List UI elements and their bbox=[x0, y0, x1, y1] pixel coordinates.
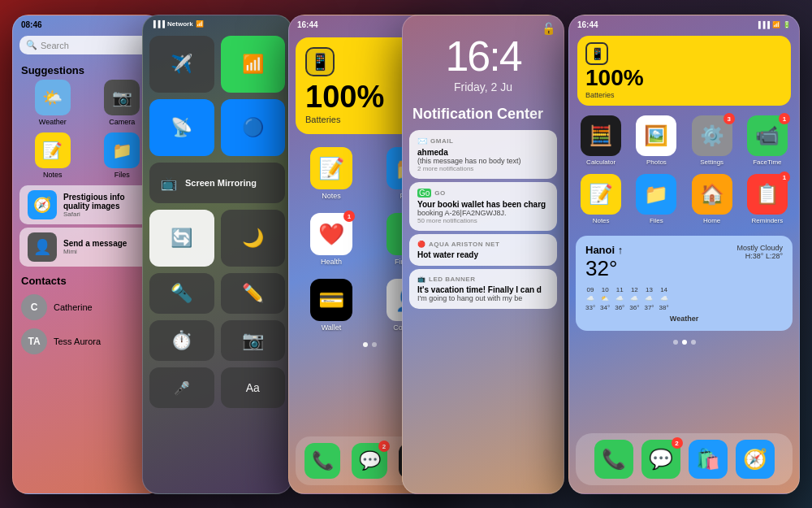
notif-aqua-header: 🔴 AQUA ARISTON NET bbox=[417, 241, 549, 248]
dock-phone-5[interactable]: 📞 bbox=[594, 440, 633, 479]
health-label-3: Health bbox=[321, 258, 342, 266]
cc-text-size[interactable]: Aa bbox=[221, 367, 286, 408]
battery-lbl-5: Batteries bbox=[585, 91, 783, 99]
app-facetime[interactable]: 📹 1 FaceTime bbox=[744, 115, 791, 166]
notif-led[interactable]: 📺 LED BANNER It's vacation time! Finally… bbox=[409, 269, 557, 309]
files-label-5: Files bbox=[650, 217, 663, 224]
date-4: Friday, 2 Ju bbox=[411, 80, 555, 93]
go-more: 50 more notifications bbox=[417, 217, 549, 224]
go-app-name: GO bbox=[434, 189, 445, 197]
dot-2 bbox=[372, 342, 377, 347]
app-calculator[interactable]: 🧮 Calculator bbox=[577, 115, 624, 166]
files-icon-5: 📁 bbox=[636, 174, 676, 215]
facetime-label: FaceTime bbox=[753, 158, 781, 166]
reminders-label: Reminders bbox=[752, 217, 784, 224]
forecast-09: 09☁️33° bbox=[585, 286, 595, 311]
cc-bluetooth[interactable]: 🔵 bbox=[221, 99, 286, 156]
notes-icon-5: 📝 bbox=[581, 174, 621, 215]
cc-voice-memos[interactable]: 🎤 bbox=[149, 367, 214, 408]
notif-aqua[interactable]: 🔴 AQUA ARISTON NET Hot water ready bbox=[409, 234, 557, 266]
screen-control-center: ▐▐▐ Network 📶 ✈️ 📶 📡 🔵 📺 Screen Mirrorin… bbox=[142, 15, 292, 494]
signal-icon-5: ▐▐▐ bbox=[756, 21, 770, 28]
health-icon-3: ❤️ 1 bbox=[310, 213, 352, 255]
home-icon: 🏠 bbox=[692, 174, 732, 215]
cc-timer[interactable]: ⏱️ bbox=[149, 320, 214, 361]
dock-phone-3[interactable]: 📞 bbox=[304, 443, 340, 479]
app-wallet-3[interactable]: 💳 Wallet bbox=[310, 279, 352, 332]
weather-top: Hanoi ↑ 32° Mostly Cloudy H:38° L:28° bbox=[585, 244, 783, 281]
cc-wifi[interactable]: 📡 bbox=[149, 99, 214, 156]
cc-camera-cc[interactable]: 📷 bbox=[221, 320, 286, 361]
app-files-5[interactable]: 📁 Files bbox=[633, 174, 680, 224]
weather-forecast: 09☁️33° 10⛅34° 11☁️36° 12☁️36° 13☁️37° 1… bbox=[585, 286, 783, 311]
app-notes-3[interactable]: 📝 Notes bbox=[310, 147, 352, 200]
avatar-catherine: C bbox=[21, 294, 47, 320]
name-tess: Tess Aurora bbox=[54, 336, 101, 346]
aqua-title: Hot water ready bbox=[417, 250, 549, 259]
cc-screen-mirror[interactable]: 📺 Screen Mirroring bbox=[149, 163, 285, 203]
search-bar[interactable]: 🔍 Search bbox=[19, 36, 155, 54]
photos-label: Photos bbox=[646, 158, 667, 166]
notif-gmail[interactable]: ✉️ GMAIL ahmeda (this message has no bod… bbox=[409, 130, 557, 179]
gmail-app-name: GMAIL bbox=[430, 137, 453, 145]
suggestion-notes[interactable]: 📝 Notes bbox=[21, 132, 84, 179]
wallet-label-3: Wallet bbox=[322, 323, 342, 332]
dock-messages-5[interactable]: 💬 2 bbox=[641, 440, 680, 479]
battery-widget-5: 📱 100% Batteries bbox=[577, 36, 791, 106]
siri-icon-1: 🧭 bbox=[28, 190, 57, 219]
cc-rotation[interactable]: 🔄 bbox=[149, 210, 214, 267]
dock-messages-3[interactable]: 💬 2 bbox=[352, 443, 387, 479]
notif-go[interactable]: Go GO Your booki wallet has been charg b… bbox=[409, 182, 557, 231]
cc-notes[interactable]: ✏️ bbox=[221, 273, 286, 314]
app-home[interactable]: 🏠 Home bbox=[689, 174, 736, 224]
suggestions-title: Suggestions bbox=[13, 59, 162, 80]
battery-pct-5: 100% bbox=[585, 65, 783, 91]
suggestion-weather[interactable]: 🌤️ Weather bbox=[21, 80, 84, 126]
led-title: It's vacation time! Finally I can d bbox=[417, 285, 549, 294]
scene: 08:46 ▐ 🔍 Search Suggestions 🌤️ Weather … bbox=[0, 0, 812, 508]
aqua-app-name: AQUA ARISTON NET bbox=[429, 241, 499, 248]
contact-tess[interactable]: TA Tess Aurora bbox=[13, 324, 162, 358]
siri-item-1[interactable]: 🧭 Prestigious info quality images Safari bbox=[19, 185, 155, 224]
status-bar-5: 16:44 ▐▐▐ 📶 🔋 bbox=[569, 15, 799, 31]
screen-spotlight: 08:46 ▐ 🔍 Search Suggestions 🌤️ Weather … bbox=[12, 15, 162, 494]
siri-title-2: Send a message bbox=[63, 239, 147, 248]
time-1: 08:46 bbox=[21, 20, 42, 29]
app-health-3[interactable]: ❤️ 1 Health bbox=[310, 213, 352, 266]
cc-dnd[interactable]: 🌙 bbox=[221, 210, 286, 267]
contacts-title: Contacts bbox=[13, 270, 162, 290]
weather-desc: Mostly Cloudy bbox=[736, 244, 783, 252]
status-bar-1: 08:46 ▐ bbox=[13, 15, 162, 31]
app-settings[interactable]: ⚙️ 3 Settings bbox=[689, 115, 736, 166]
screen-notification-center: 🔓 16:4 Friday, 2 Ju Notification Center … bbox=[402, 15, 564, 494]
notes-icon: 📝 bbox=[35, 132, 71, 168]
time-3: 16:44 bbox=[297, 20, 318, 29]
app-notes-5[interactable]: 📝 Notes bbox=[577, 174, 624, 224]
battery-top-5: 📱 bbox=[585, 42, 783, 65]
weather-low: L:28° bbox=[766, 252, 783, 260]
cc-flashlight[interactable]: 🔦 bbox=[149, 273, 214, 314]
network-info: ▐▐▐ Network 📶 bbox=[151, 20, 204, 28]
name-catherine: Catherine bbox=[54, 302, 93, 312]
go-title: Your booki wallet has been charg bbox=[417, 200, 549, 209]
contact-catherine[interactable]: C Catherine bbox=[13, 290, 162, 324]
cc-airplane[interactable]: ✈️ bbox=[149, 36, 214, 93]
weather-high-low: H:38° L:28° bbox=[736, 252, 783, 260]
dock-safari-5[interactable]: 🧭 bbox=[736, 440, 775, 479]
cc-cell[interactable]: 📶 bbox=[221, 36, 286, 93]
battery-icon-large: 📱 bbox=[305, 47, 335, 76]
app-photos[interactable]: 🖼️ Photos bbox=[633, 115, 680, 166]
calculator-label: Calculator bbox=[586, 158, 615, 166]
settings-label: Settings bbox=[700, 158, 723, 166]
notif-center-label: Notification Center bbox=[403, 98, 564, 127]
gmail-body: (this message has no body text) bbox=[417, 157, 549, 165]
home-apps-grid: 🧮 Calculator 🖼️ Photos ⚙️ 3 Settings bbox=[569, 109, 799, 231]
forecast-11: 11☁️36° bbox=[615, 286, 624, 311]
notes-label: Notes bbox=[43, 171, 63, 179]
app-reminders[interactable]: 📋 1 Reminders bbox=[744, 174, 791, 224]
siri-item-2[interactable]: 👤 Send a message Mimi bbox=[19, 228, 155, 267]
forecast-12: 12☁️36° bbox=[629, 286, 639, 311]
forecast-14: 14☁️38° bbox=[659, 286, 669, 311]
dock-appstore-5[interactable]: 🛍️ bbox=[689, 440, 728, 479]
led-body: I'm going to hang out with my be bbox=[417, 294, 549, 302]
